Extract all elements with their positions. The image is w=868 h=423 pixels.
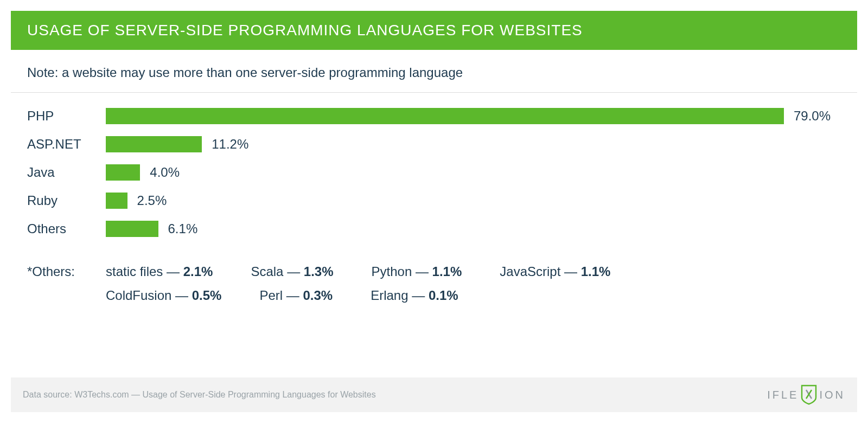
bar (106, 108, 784, 124)
others-label: *Others: (27, 264, 106, 279)
others-name: Perl (259, 288, 283, 303)
bar-row: PHP 79.0% (27, 108, 841, 124)
bar (106, 164, 140, 181)
others-item: static files — 2.1% (106, 264, 213, 279)
others-pct: 0.5% (192, 288, 222, 303)
bar (106, 221, 158, 237)
others-pct: 2.1% (183, 264, 213, 279)
others-name: ColdFusion (106, 288, 171, 303)
bar-row: Java 4.0% (27, 164, 841, 181)
others-pct: 0.3% (303, 288, 333, 303)
others-items: ColdFusion — 0.5% Perl — 0.3% Erlang — 0… (106, 288, 841, 303)
iflexion-logo: IFLE ION (767, 384, 845, 405)
others-name: Scala (251, 264, 283, 279)
bar-wrap: 6.1% (106, 221, 784, 237)
bar-value: 79.0% (794, 108, 831, 124)
others-breakdown: *Others: static files — 2.1% Scala — 1.3… (11, 254, 857, 328)
bar-wrap: 2.5% (106, 193, 784, 209)
bar-chart: PHP 79.0% ASP.NET 11.2% Java 4.0% Ruby (11, 93, 857, 254)
page-title: USAGE OF SERVER-SIDE PROGRAMMING LANGUAG… (11, 11, 857, 50)
others-name: Python (372, 264, 412, 279)
others-pct: 1.1% (432, 264, 462, 279)
others-item: ColdFusion — 0.5% (106, 288, 221, 303)
others-item: Scala — 1.3% (251, 264, 333, 279)
bar-label: Others (27, 221, 106, 236)
bar-value: 11.2% (212, 137, 248, 152)
others-row: ColdFusion — 0.5% Perl — 0.3% Erlang — 0… (27, 288, 841, 303)
others-pct: 1.1% (581, 264, 611, 279)
bar-row: Ruby 2.5% (27, 193, 841, 209)
others-name: static files (106, 264, 163, 279)
others-item: Python — 1.1% (372, 264, 462, 279)
bar-value: 4.0% (150, 165, 180, 180)
bar-wrap: 11.2% (106, 136, 784, 152)
others-item: Erlang — 0.1% (371, 288, 458, 303)
others-items: static files — 2.1% Scala — 1.3% Python … (106, 264, 841, 279)
bar (106, 136, 202, 152)
bar-label: Java (27, 165, 106, 180)
others-row: *Others: static files — 2.1% Scala — 1.3… (27, 264, 841, 279)
bar (106, 193, 127, 209)
chart-container: USAGE OF SERVER-SIDE PROGRAMMING LANGUAG… (11, 0, 857, 328)
logo-text-right: ION (819, 389, 845, 401)
bar-row: Others 6.1% (27, 221, 841, 237)
others-spacer (27, 288, 106, 303)
others-item: JavaScript — 1.1% (500, 264, 610, 279)
logo-shield-icon (800, 384, 818, 405)
bar-label: ASP.NET (27, 137, 106, 152)
note-text: Note: a website may use more than one se… (11, 50, 857, 93)
others-pct: 1.3% (304, 264, 334, 279)
logo-text-left: IFLE (767, 389, 799, 401)
others-name: Erlang (371, 288, 408, 303)
bar-row: ASP.NET 11.2% (27, 136, 841, 152)
others-pct: 0.1% (429, 288, 458, 303)
bar-wrap: 79.0% (106, 108, 831, 124)
bar-label: Ruby (27, 193, 106, 208)
bar-label: PHP (27, 108, 106, 124)
footer: Data source: W3Techs.com — Usage of Serv… (11, 377, 857, 412)
bar-wrap: 4.0% (106, 164, 784, 181)
bar-value: 6.1% (168, 221, 198, 236)
bar-value: 2.5% (137, 193, 167, 208)
others-name: JavaScript (500, 264, 560, 279)
data-source: Data source: W3Techs.com — Usage of Serv… (23, 390, 376, 400)
others-item: Perl — 0.3% (259, 288, 333, 303)
